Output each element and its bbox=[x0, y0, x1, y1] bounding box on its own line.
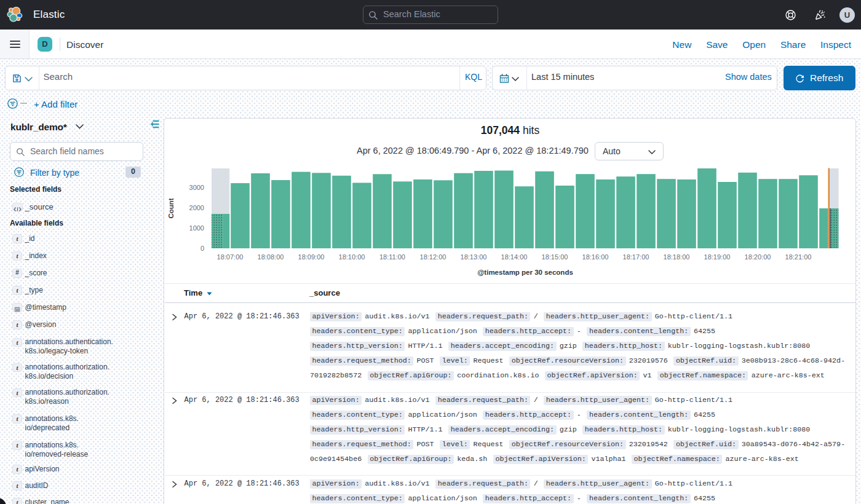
svg-text:18:13:00: 18:13:00 bbox=[461, 253, 487, 261]
svg-text:18:16:00: 18:16:00 bbox=[582, 253, 609, 261]
svg-text:18:17:00: 18:17:00 bbox=[623, 253, 649, 261]
svg-text:18:07:00: 18:07:00 bbox=[217, 253, 244, 261]
svg-text:18:20:00: 18:20:00 bbox=[745, 253, 771, 261]
svg-text:18:11:00: 18:11:00 bbox=[379, 253, 405, 261]
svg-text:Count: Count bbox=[167, 198, 175, 218]
svg-text:2000: 2000 bbox=[189, 204, 204, 211]
svg-text:18:15:00: 18:15:00 bbox=[542, 253, 568, 261]
svg-text:1000: 1000 bbox=[189, 224, 204, 232]
svg-text:@timestamp per 30 seconds: @timestamp per 30 seconds bbox=[477, 269, 573, 276]
svg-text:18:08:00: 18:08:00 bbox=[258, 253, 284, 261]
svg-text:18:18:00: 18:18:00 bbox=[664, 253, 690, 261]
svg-text:3000: 3000 bbox=[189, 184, 204, 191]
svg-text:0: 0 bbox=[200, 245, 204, 252]
svg-text:18:10:00: 18:10:00 bbox=[339, 253, 365, 261]
svg-text:18:09:00: 18:09:00 bbox=[298, 253, 325, 261]
svg-text:18:21:00: 18:21:00 bbox=[785, 253, 812, 261]
svg-text:18:14:00: 18:14:00 bbox=[501, 253, 528, 261]
svg-text:18:12:00: 18:12:00 bbox=[420, 253, 446, 261]
svg-text:18:19:00: 18:19:00 bbox=[704, 253, 731, 261]
